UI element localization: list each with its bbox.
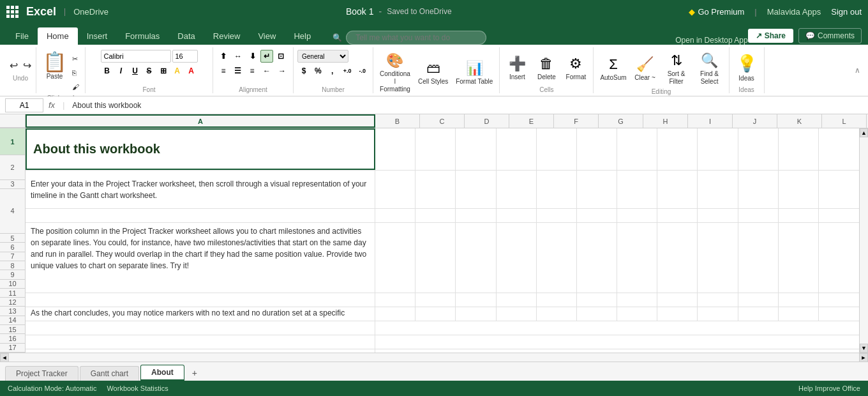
percent-button[interactable]: % (311, 65, 325, 77)
cell-b3[interactable] (375, 209, 415, 222)
cell-k2[interactable] (738, 171, 779, 208)
cell-h2[interactable] (617, 171, 657, 208)
empty-cells-9[interactable] (375, 349, 859, 353)
cell-h4[interactable] (617, 223, 657, 293)
cell-a7[interactable] (26, 321, 375, 335)
onedrive-link[interactable]: OneDrive (73, 7, 108, 17)
help-improve[interactable]: Help Improve Office (798, 385, 860, 392)
conditional-formatting-button[interactable]: 🎨 Conditional Formatting (377, 50, 413, 95)
cell-m1[interactable] (819, 128, 859, 170)
indent-inc-button[interactable]: → (275, 65, 289, 77)
cell-a4[interactable]: The position column in the Project Track… (26, 223, 375, 293)
cell-g1[interactable] (577, 128, 617, 170)
cell-g6[interactable] (577, 307, 617, 321)
cut-button[interactable]: ✂ (70, 52, 81, 65)
row-num-13[interactable]: 13 (0, 307, 25, 316)
cell-a8[interactable] (26, 335, 375, 349)
copy-button[interactable]: ⎘ (70, 66, 81, 79)
add-sheet-button[interactable]: + (186, 365, 204, 381)
row-num-11[interactable]: 11 (0, 289, 25, 298)
cell-e1[interactable] (497, 128, 537, 170)
col-header-k[interactable]: K (777, 114, 822, 128)
cell-l6[interactable] (779, 307, 819, 321)
cell-e5[interactable] (497, 293, 537, 307)
wrap-text-button[interactable]: ↵ (260, 50, 273, 63)
sign-out-btn[interactable]: Sign out (831, 7, 862, 17)
scroll-down-btn[interactable]: ▼ (860, 344, 868, 353)
bold-button[interactable]: B (101, 65, 114, 77)
align-center-button[interactable]: ☰ (231, 65, 244, 77)
row-num-14[interactable]: 14 (0, 316, 25, 325)
cell-k3[interactable] (738, 209, 779, 222)
cell-k6[interactable] (738, 307, 779, 321)
cell-e6[interactable] (497, 307, 537, 321)
strikethrough-button[interactable]: S (143, 65, 156, 77)
cell-g4[interactable] (577, 223, 617, 293)
cell-m5[interactable] (819, 293, 859, 307)
share-button[interactable]: ↗ Share (748, 29, 793, 43)
row-num-7[interactable]: 7 (0, 252, 25, 261)
tab-review[interactable]: Review (204, 27, 250, 45)
delete-button[interactable]: 🗑 Delete (533, 53, 560, 82)
cell-f5[interactable] (537, 293, 577, 307)
cell-m3[interactable] (819, 209, 859, 222)
align-bottom-button[interactable]: ⬇ (246, 50, 259, 63)
cell-d2[interactable] (456, 171, 496, 208)
cell-h1[interactable] (617, 128, 657, 170)
sheet-tab-gantt-chart[interactable]: Gantt chart (80, 366, 139, 381)
cell-l4[interactable] (779, 223, 819, 293)
cell-f2[interactable] (537, 171, 577, 208)
cell-l5[interactable] (779, 293, 819, 307)
cell-a5[interactable] (26, 293, 375, 307)
merge-button[interactable]: ⊡ (274, 50, 287, 63)
col-header-g[interactable]: G (599, 114, 643, 128)
cell-c2[interactable] (415, 171, 456, 208)
tab-help[interactable]: Help (285, 27, 320, 45)
cell-e3[interactable] (497, 209, 537, 222)
autosum-button[interactable]: Σ AutoSum (597, 54, 629, 83)
cell-j2[interactable] (698, 171, 738, 208)
align-right-button[interactable]: ≡ (246, 65, 258, 77)
cell-c5[interactable] (415, 293, 456, 307)
currency-button[interactable]: $ (297, 65, 310, 77)
cell-a1[interactable]: About this workbook (26, 128, 375, 170)
cell-d3[interactable] (456, 209, 496, 222)
italic-button[interactable]: I (115, 65, 128, 77)
collapse-ribbon-btn[interactable]: ∧ (852, 63, 863, 77)
format-as-table-button[interactable]: 📊 Format Table (453, 57, 495, 87)
decrease-decimal-button[interactable]: -.0 (355, 65, 369, 77)
cell-k5[interactable] (738, 293, 779, 307)
tab-data[interactable]: Data (168, 27, 204, 45)
col-header-f[interactable]: F (554, 114, 599, 128)
cell-a9[interactable] (26, 349, 375, 353)
scroll-left-btn[interactable]: ◄ (0, 353, 9, 362)
col-header-b[interactable]: B (375, 114, 420, 128)
empty-cells-8[interactable] (375, 335, 859, 349)
clear-button[interactable]: 🧹 Clear ~ (632, 54, 659, 83)
font-family-input[interactable] (101, 50, 171, 63)
redo-button[interactable]: ↪ (21, 59, 33, 72)
tell-me-input[interactable] (346, 31, 486, 45)
ideas-button[interactable]: 💡 Ideas (733, 51, 760, 84)
paste-button[interactable]: 📋 Paste (40, 50, 69, 82)
number-format-select[interactable]: General Number Currency Date Percentage (297, 50, 348, 63)
cell-styles-button[interactable]: 🗃 Cell Styles (415, 57, 451, 87)
cell-j5[interactable] (698, 293, 738, 307)
col-header-h[interactable]: H (643, 114, 688, 128)
col-header-d[interactable]: D (465, 114, 509, 128)
cell-d5[interactable] (456, 293, 496, 307)
cell-f3[interactable] (537, 209, 577, 222)
cell-k4[interactable] (738, 223, 779, 293)
go-premium-btn[interactable]: Go Premium (689, 7, 744, 17)
cell-b5[interactable] (375, 293, 415, 307)
empty-cells-7[interactable] (375, 321, 859, 335)
col-header-e[interactable]: E (509, 114, 554, 128)
sheet-tab-project-tracker[interactable]: Project Tracker (5, 366, 79, 381)
border-button[interactable]: ⊞ (157, 65, 170, 77)
cell-g2[interactable] (577, 171, 617, 208)
workbook-stats[interactable]: Workbook Statistics (107, 385, 168, 392)
col-header-a[interactable]: A (26, 114, 375, 128)
cell-g5[interactable] (577, 293, 617, 307)
cell-c3[interactable] (415, 209, 456, 222)
row-num-9[interactable]: 9 (0, 270, 25, 279)
